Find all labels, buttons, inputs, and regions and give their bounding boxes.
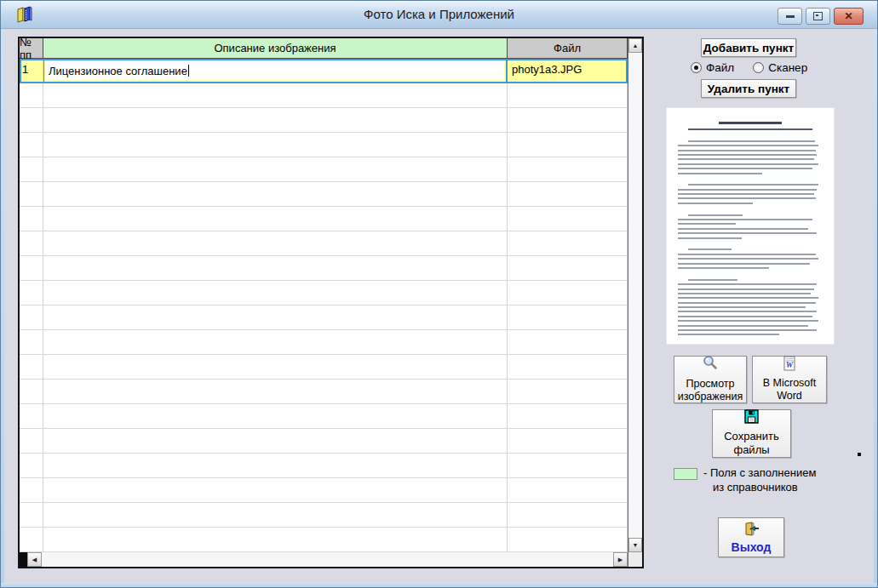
row-number-cell: 1 [20, 59, 43, 83]
radio-unselected-icon [753, 62, 764, 73]
scroll-left-icon: ◀ [32, 557, 37, 562]
row-description-cell [43, 305, 508, 329]
table-row[interactable] [20, 182, 628, 207]
table-header-row: № пп Описание изображения Файл [20, 38, 628, 59]
table-row[interactable] [20, 305, 628, 330]
row-file-cell [508, 305, 628, 329]
row-number-cell [20, 231, 43, 255]
row-description-cell [43, 380, 508, 403]
table-row[interactable] [20, 355, 628, 380]
row-file-cell [508, 528, 628, 551]
row-number-cell [20, 330, 43, 354]
row-description-cell [43, 404, 508, 428]
radio-selected-icon [691, 62, 702, 73]
preview-text-line [678, 283, 817, 285]
word-export-button[interactable]: W В Microsoft Word [752, 356, 827, 403]
preview-text-line [678, 254, 816, 255]
table-row[interactable] [20, 330, 628, 355]
row-file-cell [508, 157, 628, 181]
delete-item-button[interactable]: Удалить пункт [701, 79, 796, 98]
title-bar: Фото Иска и Приложений ✕ [1, 1, 877, 29]
preview-text-line [678, 297, 818, 299]
minimize-button[interactable] [778, 8, 802, 25]
preview-text-line [678, 189, 817, 191]
save-files-button[interactable]: Сохранить файлы [712, 409, 791, 458]
images-table-main: № пп Описание изображения Файл 1 Лицензи… [20, 38, 628, 567]
row-file-cell [508, 281, 628, 305]
table-row[interactable] [20, 429, 628, 454]
row-file-cell [508, 380, 628, 403]
preview-text-line [678, 168, 812, 169]
row-file-cell [508, 429, 628, 453]
preview-text-line [678, 316, 812, 317]
row-description-cell [43, 83, 508, 107]
table-row[interactable] [20, 108, 628, 133]
horizontal-scroll-track[interactable] [42, 552, 613, 567]
row-description-cell [43, 528, 508, 551]
scroll-right-button[interactable]: ▶ [613, 552, 628, 567]
scrollbar-corner [628, 552, 642, 567]
row-file-cell [508, 454, 628, 477]
window-border-right [874, 27, 877, 587]
preview-text-line [678, 228, 808, 230]
table-row[interactable] [20, 207, 628, 231]
table-row[interactable] [20, 478, 628, 503]
table-row[interactable] [20, 503, 628, 528]
table-row[interactable] [20, 528, 628, 552]
row-description-cell [43, 503, 508, 527]
table-row[interactable] [20, 133, 628, 157]
source-radio-group: Файл Сканер [691, 60, 827, 75]
maximize-button[interactable] [806, 8, 830, 25]
horizontal-scrollbar[interactable]: ◀ ▶ [20, 552, 628, 567]
window-border-bottom [1, 583, 877, 587]
scroll-up-icon: ▲ [633, 43, 639, 49]
row-file-cell [508, 133, 628, 157]
radio-file[interactable]: Файл [691, 60, 734, 75]
row-description-cell [43, 157, 508, 181]
preview-text-line [678, 311, 817, 312]
preview-text-line [678, 219, 812, 220]
row-description-cell[interactable]: Лицензионное соглашение [43, 59, 508, 83]
radio-scanner[interactable]: Сканер [753, 60, 807, 75]
table-row[interactable] [20, 404, 628, 429]
table-row[interactable] [20, 454, 628, 478]
row-file-cell [508, 108, 628, 132]
preview-text-line [678, 154, 817, 156]
row-description-cell [43, 429, 508, 453]
legend: - Поля с заполнением из справочников [674, 466, 844, 495]
window-title: Фото Иска и Приложений [1, 7, 877, 21]
window-border-left [1, 27, 4, 587]
scroll-left-button[interactable]: ◀ [27, 552, 42, 567]
preview-text-line [678, 232, 817, 234]
table-row[interactable] [20, 281, 628, 305]
preview-text-line [688, 279, 737, 281]
preview-text-line [719, 122, 783, 124]
scroll-down-button[interactable]: ▼ [628, 538, 642, 552]
row-description-cell [43, 108, 508, 132]
scroll-up-button[interactable]: ▲ [628, 38, 642, 53]
save-files-label: Сохранить файлы [713, 430, 790, 459]
add-item-button[interactable]: Добавить пункт [701, 38, 796, 57]
table-row[interactable] [20, 157, 628, 182]
exit-button[interactable]: Выход [718, 517, 784, 557]
description-edit-input[interactable]: Лицензионное соглашение [45, 61, 504, 80]
preview-text-line [678, 258, 818, 260]
table-row-selected[interactable]: 1 Лицензионное соглашение photy1a3.JPG [20, 59, 628, 83]
row-description-cell [43, 281, 508, 305]
close-button[interactable]: ✕ [834, 8, 864, 25]
exit-label: Выход [732, 540, 772, 554]
table-row[interactable] [20, 256, 628, 281]
preview-text-line [678, 267, 769, 269]
table-row[interactable] [20, 231, 628, 256]
preview-text-line [678, 133, 823, 137]
view-image-button[interactable]: Просмотр изображения [674, 356, 747, 403]
preview-text-line [678, 150, 816, 151]
row-file-cell [508, 231, 628, 255]
table-row[interactable] [20, 83, 628, 108]
preview-text-line [678, 306, 806, 308]
row-file-cell [508, 404, 628, 428]
vertical-scrollbar[interactable]: ▲ ▼ [628, 38, 642, 567]
table-row[interactable] [20, 380, 628, 404]
row-file-cell [508, 355, 628, 379]
vertical-scroll-track[interactable] [628, 53, 642, 538]
